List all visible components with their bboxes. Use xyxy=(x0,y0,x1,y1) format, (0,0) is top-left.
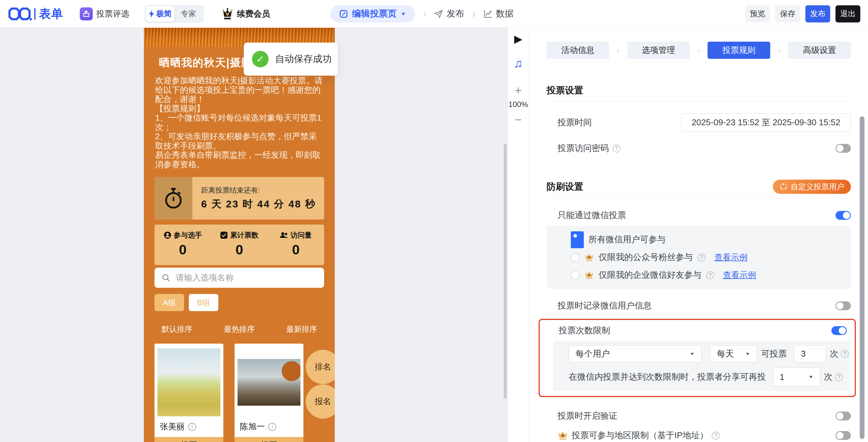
edit-vote-page-button[interactable]: 编辑投票页 ▼ xyxy=(330,5,415,23)
zoom-out-icon[interactable]: − xyxy=(515,114,522,126)
verify-row: 投票时开启验证 xyxy=(557,410,851,422)
crown-icon xyxy=(222,8,234,20)
vote-time-row: 投票时间 2025-09-23 15:52 至 2025-09-30 15:52 xyxy=(557,114,851,132)
vote-button[interactable]: 投票 xyxy=(235,437,303,442)
mode-expert-tab[interactable]: 专家 xyxy=(174,6,203,22)
preview-button[interactable]: 预览 xyxy=(745,5,770,23)
sort-new-tab[interactable]: 最新排序 xyxy=(286,324,317,335)
renew-member[interactable]: 续费会员 xyxy=(222,8,270,20)
group-tab-a[interactable]: A组 xyxy=(155,294,184,311)
countdown-body: 距离投票结束还有: 6 天 23 时 44 分 48 秒 xyxy=(192,177,324,220)
nav-data[interactable]: 数据 xyxy=(483,8,514,20)
canvas-toolbar: ▶ ♫ + 100% − xyxy=(507,28,529,442)
play-icon[interactable]: ▶ xyxy=(514,34,522,44)
editor-canvas: 晒晒我的秋天|摄影活动大赛投票 欢迎参加晒晒我的秋天|摄影活动大赛投票。请给以下… xyxy=(0,28,507,442)
paper-plane-icon xyxy=(434,9,443,19)
record-wechat-info-toggle[interactable] xyxy=(836,302,851,310)
group-tab-b[interactable]: B组 xyxy=(189,294,218,311)
step-activity-info[interactable]: 活动信息 xyxy=(547,42,609,59)
people-icon xyxy=(280,231,288,239)
candidate-name: 张美丽 xyxy=(160,421,185,432)
canvas-scrollbar[interactable] xyxy=(504,144,507,399)
stopwatch-icon xyxy=(155,177,192,220)
caret-down-icon: ▼ xyxy=(808,375,813,379)
vote-page-preview[interactable]: 晒晒我的秋天|摄影活动大赛投票 欢迎参加晒晒我的秋天|摄影活动大赛投票。请给以下… xyxy=(144,28,335,442)
step-vote-rules[interactable]: 投票规则 xyxy=(708,42,770,59)
region-limit-label: 投票可参与地区限制（基于IP地址） xyxy=(572,430,708,441)
option-search-input[interactable] xyxy=(176,273,317,282)
radio-selected-icon[interactable] xyxy=(571,231,584,248)
mode-simple-tab[interactable]: 极简 xyxy=(146,6,174,22)
radio-icon[interactable] xyxy=(571,253,580,262)
nav-publish[interactable]: 发布 xyxy=(434,8,464,20)
step-nav: 活动信息 › 选项管理 › 投票规则 › 高级设置 xyxy=(547,42,851,59)
logo-icon xyxy=(8,6,36,22)
music-icon[interactable]: ♫ xyxy=(514,57,523,69)
info-icon[interactable]: i xyxy=(188,423,196,431)
vote-password-row: 投票访问密码 ? xyxy=(557,143,851,154)
stat-visits: 访问量 0 xyxy=(268,230,324,265)
question-icon[interactable]: ? xyxy=(698,253,706,261)
vote-limit-toggle[interactable] xyxy=(831,326,847,335)
sort-default-tab[interactable]: 默认排序 xyxy=(162,324,192,335)
limit-scope-value: 每个用户 xyxy=(576,348,610,360)
nav-vote-review[interactable]: 投票评选 xyxy=(80,7,129,21)
autosave-toast: ✓ 自动保存成功 xyxy=(244,42,338,76)
exit-button[interactable]: 退出 xyxy=(836,5,860,23)
panel-scrollbar[interactable] xyxy=(860,117,864,439)
zoom-in-icon[interactable]: + xyxy=(515,85,522,96)
question-icon[interactable]: ? xyxy=(613,145,620,153)
stat-label: 参与选手 xyxy=(174,230,202,240)
group-tabs: A组 B组 xyxy=(155,294,324,311)
question-icon[interactable]: ? xyxy=(835,373,843,381)
wechat-only-toggle[interactable] xyxy=(836,211,851,220)
option-search-box[interactable] xyxy=(155,268,324,288)
share-revote-select[interactable]: 1 ▼ xyxy=(773,368,820,386)
radio-official-fans[interactable]: 仅限我的公众号粉丝参与 ? 查看示例 xyxy=(571,251,851,263)
logo-wordmark: 表单 xyxy=(39,6,63,22)
candidate-card[interactable]: 张美丽 i 投票 xyxy=(155,344,223,442)
ballot-box-icon xyxy=(80,7,93,21)
vote-password-toggle[interactable] xyxy=(836,144,851,153)
radio-all-wechat-users[interactable]: 所有微信用户可参与 xyxy=(571,234,851,246)
nav-publish-label: 发布 xyxy=(446,8,464,20)
main-area: 晒晒我的秋天|摄影活动大赛投票 欢迎参加晒晒我的秋天|摄影活动大赛投票。请给以下… xyxy=(0,28,868,442)
step-advanced[interactable]: 高级设置 xyxy=(788,42,851,59)
step-option-manage[interactable]: 选项管理 xyxy=(627,42,690,59)
candidate-card[interactable]: 陈旭一 i 投票 xyxy=(235,344,303,442)
vote-count-input[interactable] xyxy=(794,345,826,362)
radio-icon[interactable] xyxy=(571,271,580,280)
publish-button[interactable]: 发布 xyxy=(805,5,830,23)
edit-page-icon xyxy=(339,9,348,18)
vote-time-range-input[interactable]: 2025-09-23 15:52 至 2025-09-30 15:52 xyxy=(681,114,851,132)
limit-scope-select[interactable]: 每个用户 ▼ xyxy=(569,345,701,362)
save-button[interactable]: 保存 xyxy=(775,5,800,23)
header-actions: 预览 保存 发布 退出 xyxy=(745,5,860,23)
info-icon[interactable]: i xyxy=(268,423,276,431)
candidate-photo xyxy=(238,348,301,416)
view-example-link[interactable]: 查看示例 xyxy=(723,270,756,281)
section-title: 防刷设置 xyxy=(547,181,583,193)
sort-hot-tab[interactable]: 最热排序 xyxy=(224,324,255,335)
limit-period-select[interactable]: 每天 ▼ xyxy=(710,345,757,362)
chevron-separator-icon: › xyxy=(617,45,620,55)
limit-period-value: 每天 xyxy=(717,348,734,360)
stat-players: 参与选手 0 xyxy=(155,230,211,265)
search-icon xyxy=(162,273,170,282)
question-icon[interactable]: ? xyxy=(706,271,714,279)
vote-limit-highlight-box: 投票次数限制 每个用户 ▼ 每天 ▼ 可投票 xyxy=(538,319,856,397)
brand-logo[interactable]: 表单 xyxy=(8,6,63,22)
verify-label: 投票时开启验证 xyxy=(557,410,617,422)
record-wechat-info-label: 投票时记录微信用户信息 xyxy=(557,300,652,312)
vote-password-label: 投票访问密码 xyxy=(557,143,609,154)
mode-expert-label: 专家 xyxy=(181,8,196,19)
radio-work-wechat-friends[interactable]: 仅限我的企业微信好友参与 ? 查看示例 xyxy=(571,269,851,281)
question-icon[interactable]: ? xyxy=(712,432,720,440)
wechat-only-label: 只能通过微信投票 xyxy=(557,210,626,221)
view-example-link[interactable]: 查看示例 xyxy=(714,252,747,263)
custom-vote-users-button[interactable]: 自定义投票用户 xyxy=(773,180,851,194)
verify-toggle[interactable] xyxy=(836,412,851,420)
region-limit-toggle[interactable] xyxy=(836,431,851,440)
vote-button[interactable]: 投票 xyxy=(155,437,223,442)
question-icon[interactable]: ? xyxy=(841,350,849,358)
